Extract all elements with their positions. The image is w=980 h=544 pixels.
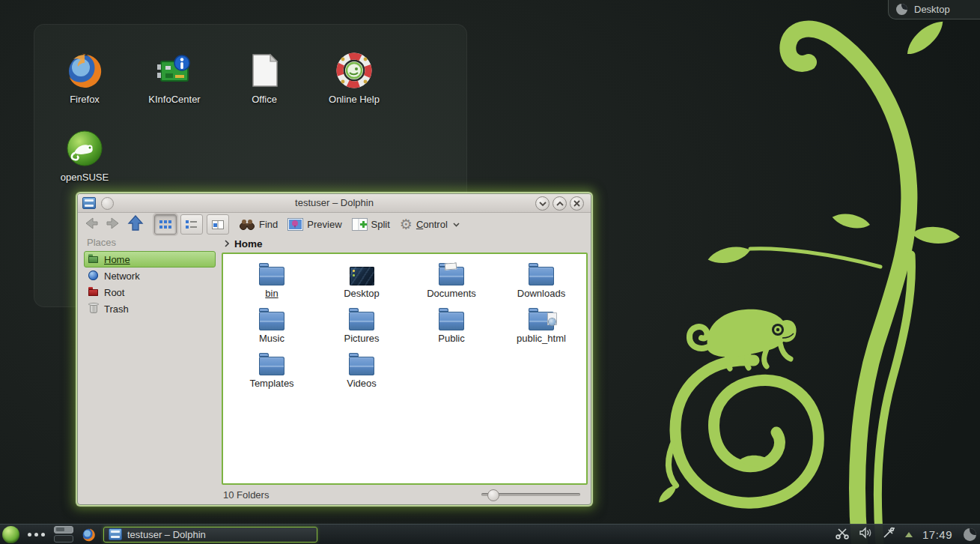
place-label: Home bbox=[104, 254, 130, 265]
desktop-icon-firefox[interactable]: Firefox bbox=[43, 49, 127, 105]
gear-icon: ⚙ bbox=[400, 217, 413, 232]
folder-item[interactable]: Videos bbox=[320, 350, 403, 389]
desktop-monitor-icon bbox=[320, 260, 403, 285]
firefox-icon bbox=[64, 49, 106, 91]
folder-label: Templates bbox=[231, 378, 313, 389]
window-title: testuser – Dolphin bbox=[78, 197, 591, 208]
find-label: Find bbox=[259, 219, 278, 230]
desktop-icon-office[interactable]: Office bbox=[222, 49, 306, 105]
breadcrumb[interactable]: Home bbox=[225, 236, 263, 251]
folder-label: Public bbox=[410, 333, 493, 344]
control-label: Control bbox=[416, 219, 448, 230]
opensuse-icon bbox=[64, 127, 106, 169]
folder-icon bbox=[320, 350, 403, 375]
status-bar: 10 Folders bbox=[222, 486, 588, 503]
main-toolbar: Find Preview Split ⚙ Control bbox=[78, 213, 591, 236]
split-button[interactable]: Split bbox=[352, 218, 390, 231]
titlebar[interactable]: testuser – Dolphin bbox=[78, 194, 591, 213]
home-folder-icon bbox=[88, 253, 100, 265]
clipboard-scissors-icon[interactable] bbox=[836, 527, 849, 543]
taskbar-panel: testuser – Dolphin 17:49 bbox=[0, 524, 980, 544]
folder-html-icon bbox=[500, 305, 582, 330]
cashew-icon bbox=[896, 4, 907, 15]
panel-dots-icon[interactable] bbox=[28, 533, 45, 537]
kinfocenter-icon bbox=[153, 49, 195, 91]
minimize-button[interactable] bbox=[535, 196, 550, 211]
pager-desktop-2[interactable] bbox=[54, 535, 73, 543]
folder-item[interactable]: Music bbox=[231, 305, 313, 344]
desktop-icon-kinfocenter[interactable]: KInfoCenter bbox=[133, 49, 216, 105]
folder-icon bbox=[410, 305, 493, 330]
desktop-toolbox[interactable]: Desktop bbox=[888, 0, 980, 19]
system-tray: 17:49 bbox=[836, 527, 980, 543]
breadcrumb-chevron-icon bbox=[225, 240, 229, 247]
desktop-icon-online-help[interactable]: Online Help bbox=[312, 49, 396, 105]
folder-item[interactable]: Public bbox=[410, 305, 493, 344]
place-item-network[interactable]: Network bbox=[84, 268, 216, 284]
folder-view-area[interactable]: bin Desktop Documents Downloads Music Pi… bbox=[222, 253, 588, 485]
folder-icon bbox=[500, 260, 582, 285]
folder-icon bbox=[231, 260, 313, 285]
virtual-desktop-pager[interactable] bbox=[54, 526, 73, 543]
folder-item[interactable]: Documents bbox=[410, 260, 493, 299]
zoom-slider-handle[interactable] bbox=[487, 489, 499, 501]
network-tool-icon[interactable] bbox=[882, 527, 895, 543]
details-view-button[interactable] bbox=[180, 214, 203, 235]
task-button-dolphin[interactable]: testuser – Dolphin bbox=[103, 527, 317, 543]
tray-expander-icon[interactable] bbox=[905, 532, 913, 537]
task-label: testuser – Dolphin bbox=[127, 529, 206, 540]
root-folder-icon bbox=[88, 286, 100, 298]
split-label: Split bbox=[371, 219, 390, 230]
places-panel: Home Network Root Trash bbox=[84, 251, 216, 317]
folder-label: Music bbox=[231, 333, 313, 344]
back-button[interactable] bbox=[83, 215, 100, 235]
folder-label: Pictures bbox=[320, 333, 403, 344]
folder-item[interactable]: bin bbox=[231, 260, 313, 299]
firefox-launcher-icon[interactable] bbox=[81, 527, 97, 543]
desktop-icon-label: Office bbox=[222, 94, 306, 105]
online-help-icon bbox=[333, 49, 375, 91]
folder-icon bbox=[231, 305, 313, 330]
place-label: Network bbox=[104, 271, 140, 282]
folder-label: bin bbox=[231, 288, 313, 299]
pager-desktop-1[interactable] bbox=[54, 526, 73, 534]
desktop-icon-label: Online Help bbox=[312, 94, 396, 105]
desktop-icon-opensuse[interactable]: openSUSE bbox=[43, 127, 127, 183]
place-item-root[interactable]: Root bbox=[84, 284, 216, 300]
folder-item[interactable]: Downloads bbox=[500, 260, 582, 299]
opensuse-launcher-icon[interactable] bbox=[2, 526, 19, 543]
folder-item[interactable]: Templates bbox=[231, 350, 313, 389]
forward-button[interactable] bbox=[105, 215, 121, 235]
folder-item[interactable]: public_html bbox=[500, 305, 582, 344]
folder-icon bbox=[231, 350, 313, 375]
folder-item[interactable]: Pictures bbox=[320, 305, 403, 344]
breadcrumb-home[interactable]: Home bbox=[234, 238, 263, 250]
zoom-slider[interactable] bbox=[481, 493, 580, 496]
place-item-trash[interactable]: Trash bbox=[84, 300, 216, 317]
panel-cashew-icon[interactable] bbox=[964, 528, 976, 541]
control-button[interactable]: ⚙ Control bbox=[400, 217, 460, 232]
place-item-home[interactable]: Home bbox=[84, 251, 216, 268]
office-document-icon bbox=[243, 49, 285, 91]
find-button[interactable]: Find bbox=[239, 219, 278, 230]
columns-view-button[interactable] bbox=[207, 214, 229, 235]
chevron-down-icon bbox=[453, 223, 460, 227]
status-text: 10 Folders bbox=[223, 489, 269, 501]
preview-button[interactable]: Preview bbox=[287, 218, 341, 231]
dolphin-app-icon bbox=[109, 528, 122, 540]
desktop-toolbox-label: Desktop bbox=[914, 4, 950, 15]
icons-view-button[interactable] bbox=[154, 214, 177, 235]
place-label: Root bbox=[104, 287, 124, 298]
folder-icon bbox=[320, 305, 403, 330]
folder-item[interactable]: Desktop bbox=[320, 260, 403, 299]
maximize-button[interactable] bbox=[553, 196, 567, 211]
desktop-icon-label: openSUSE bbox=[43, 172, 127, 183]
folder-label: public_html bbox=[500, 333, 582, 344]
volume-icon[interactable] bbox=[859, 527, 872, 542]
folder-documents-icon bbox=[410, 260, 493, 285]
desktop-icon-label: Firefox bbox=[43, 94, 127, 105]
preview-label: Preview bbox=[307, 219, 341, 230]
close-button[interactable] bbox=[570, 196, 584, 211]
desktop-icon-label: KInfoCenter bbox=[133, 94, 216, 105]
up-button[interactable] bbox=[127, 214, 144, 235]
